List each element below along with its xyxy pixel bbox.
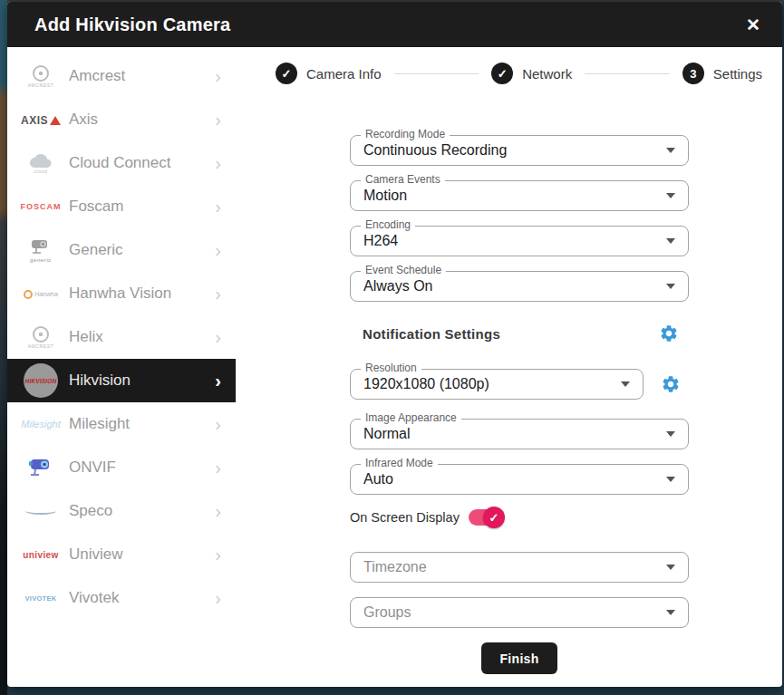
on-screen-display-row: On Screen Display ✓	[350, 507, 689, 528]
settings-form: Recording Mode Continuous Recording Came…	[350, 135, 689, 674]
sidebar-item-label: Generic	[69, 241, 215, 259]
chevron-right-icon: ›	[215, 502, 221, 520]
close-icon[interactable]: ✕	[746, 16, 760, 34]
resolution-select[interactable]: Resolution 1920x1080 (1080p)	[350, 369, 644, 400]
hanwha-logo-icon: Hanwha	[20, 285, 62, 302]
sidebar-item-label: Vivotek	[69, 589, 215, 607]
on-screen-display-label: On Screen Display	[350, 510, 460, 525]
onvif-camera-logo-icon	[20, 457, 62, 478]
sidebar-item-label: Axis	[69, 111, 215, 129]
notification-settings-gear-icon[interactable]	[658, 323, 680, 344]
helix-logo-icon: AMCREST	[20, 326, 62, 349]
stepper-connector	[394, 73, 479, 74]
uniview-logo-icon: uniview	[20, 550, 62, 560]
timezone-select[interactable]: Timezone	[350, 552, 689, 583]
sidebar-item-vivotek[interactable]: VIVOTEK Vivotek ›	[7, 576, 236, 620]
encoding-select[interactable]: Encoding H264	[350, 226, 689, 256]
chevron-right-icon: ›	[215, 154, 221, 172]
sidebar-item-label: Cloud Connect	[69, 154, 215, 172]
sidebar-item-helix[interactable]: AMCREST Helix ›	[7, 315, 236, 359]
speco-logo-icon	[20, 507, 62, 515]
sidebar-item-axis[interactable]: AXIS Axis ›	[7, 98, 236, 141]
settings-step-content: ✓ Camera Info ✓ Network 3 Settings	[236, 47, 782, 687]
sidebar-item-label: Milesight	[69, 415, 215, 433]
dropdown-arrow-icon	[666, 610, 675, 615]
notification-settings-row: Notification Settings	[350, 322, 689, 345]
wizard-stepper: ✓ Camera Info ✓ Network 3 Settings	[276, 63, 762, 84]
finish-button-row: Finish	[350, 642, 689, 674]
sidebar-item-label: Uniview	[69, 545, 215, 564]
toggle-check-icon: ✓	[483, 507, 505, 528]
sidebar-item-amcrest[interactable]: AMCREST Amcrest ›	[7, 54, 236, 98]
infrared-mode-select[interactable]: Infrared Mode Auto	[350, 464, 689, 495]
chevron-right-icon: ›	[215, 198, 221, 216]
sidebar-item-label: Foscam	[69, 198, 215, 216]
hikvision-logo-icon: HIKVISION	[20, 363, 62, 398]
notification-settings-label: Notification Settings	[363, 326, 500, 342]
step-settings[interactable]: 3 Settings	[682, 63, 762, 84]
stepper-connector	[585, 73, 670, 74]
resolution-row: Resolution 1920x1080 (1080p)	[350, 369, 689, 400]
sidebar-item-milesight[interactable]: Milesight Milesight ›	[7, 402, 236, 446]
foscam-logo-icon: FOSCAM	[20, 202, 62, 211]
chevron-right-icon: ›	[215, 241, 221, 259]
sidebar-item-label: Helix	[69, 328, 215, 346]
sidebar-item-generic[interactable]: generic Generic ›	[7, 228, 236, 272]
groups-select[interactable]: Groups	[350, 597, 689, 628]
amcrest-logo-icon: AMCREST	[20, 65, 62, 88]
resolution-gear-icon[interactable]	[660, 373, 682, 395]
milesight-logo-icon: Milesight	[20, 419, 62, 430]
vivotek-logo-icon: VIVOTEK	[20, 594, 62, 603]
dialog-header: Add Hikvision Camera ✕	[7, 2, 782, 47]
page-backdrop: Add Hikvision Camera ✕ AMCREST Amcrest ›…	[0, 0, 784, 695]
on-screen-display-toggle[interactable]: ✓	[469, 509, 501, 526]
backdrop-left-strip	[0, 0, 7, 695]
step-done-check-icon: ✓	[276, 63, 297, 84]
chevron-right-icon: ›	[215, 372, 221, 390]
step-network[interactable]: ✓ Network	[491, 63, 572, 84]
chevron-right-icon: ›	[215, 285, 221, 303]
sidebar-item-label: Speco	[69, 502, 215, 520]
chevron-right-icon: ›	[215, 67, 221, 85]
sidebar-item-label: Amcrest	[69, 67, 215, 85]
step-number-icon: 3	[682, 63, 704, 84]
dropdown-arrow-icon	[666, 565, 675, 570]
generic-camera-logo-icon: generic	[20, 238, 62, 263]
add-camera-dialog: Add Hikvision Camera ✕ AMCREST Amcrest ›…	[7, 2, 782, 687]
chevron-right-icon: ›	[215, 545, 221, 564]
brand-sidebar: AMCREST Amcrest › AXIS Axis › cloud	[7, 47, 236, 687]
dialog-title: Add Hikvision Camera	[34, 14, 230, 35]
dropdown-arrow-icon	[666, 431, 675, 437]
image-appearance-select[interactable]: Image Appearance Normal	[350, 419, 689, 449]
sidebar-item-cloud-connect[interactable]: cloud Cloud Connect ›	[7, 141, 236, 185]
sidebar-item-label: Hikvision	[69, 372, 215, 390]
sidebar-item-onvif[interactable]: ONVIF ›	[7, 446, 236, 489]
sidebar-item-uniview[interactable]: uniview Uniview ›	[7, 533, 236, 576]
step-camera-info[interactable]: ✓ Camera Info	[276, 63, 382, 84]
chevron-right-icon: ›	[215, 415, 221, 433]
chevron-right-icon: ›	[215, 328, 221, 346]
dropdown-arrow-icon	[666, 148, 675, 153]
step-done-check-icon: ✓	[491, 63, 513, 84]
recording-mode-select[interactable]: Recording Mode Continuous Recording	[350, 135, 689, 166]
dropdown-arrow-icon	[666, 193, 675, 198]
chevron-right-icon: ›	[215, 589, 221, 607]
chevron-right-icon: ›	[215, 111, 221, 129]
axis-logo-icon: AXIS	[20, 111, 62, 128]
sidebar-item-label: ONVIF	[69, 459, 215, 477]
chevron-right-icon: ›	[215, 459, 221, 477]
dropdown-arrow-icon	[666, 238, 675, 244]
dropdown-arrow-icon	[621, 381, 630, 387]
finish-button[interactable]: Finish	[481, 642, 557, 674]
sidebar-item-hanwha-vision[interactable]: Hanwha Hanwha Vision ›	[7, 272, 236, 315]
cloud-connect-logo-icon: cloud	[20, 153, 62, 174]
dropdown-arrow-icon	[666, 284, 675, 289]
camera-events-select[interactable]: Camera Events Motion	[350, 180, 689, 211]
dropdown-arrow-icon	[666, 477, 675, 482]
sidebar-item-foscam[interactable]: FOSCAM Foscam ›	[7, 185, 236, 228]
sidebar-item-speco[interactable]: Speco ›	[7, 489, 236, 533]
sidebar-item-hikvision[interactable]: HIKVISION Hikvision ›	[7, 359, 236, 402]
event-schedule-select[interactable]: Event Schedule Always On	[350, 271, 689, 302]
sidebar-item-label: Hanwha Vision	[69, 285, 215, 303]
